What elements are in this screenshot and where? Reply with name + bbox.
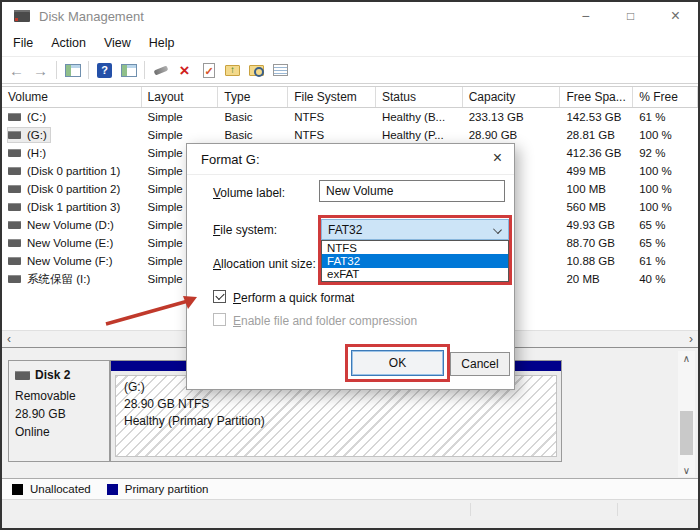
- cancel-button[interactable]: Cancel: [450, 352, 510, 376]
- menu-item-file[interactable]: File: [4, 33, 42, 53]
- volume-name: (Disk 1 partition 3): [27, 201, 120, 213]
- column-header[interactable]: Type: [218, 87, 288, 107]
- drive-icon: [8, 203, 21, 211]
- volume-cell: New Volume (F:): [2, 252, 142, 270]
- window-title: Disk Management: [39, 9, 144, 24]
- disk-type: Removable: [15, 387, 109, 405]
- drive-icon: [8, 113, 21, 121]
- dialog-title: Format G:: [201, 152, 260, 167]
- quick-format-label[interactable]: Perform a quick format: [233, 291, 354, 305]
- menu-bar: FileActionViewHelp: [2, 31, 698, 55]
- app-icon: [14, 10, 30, 22]
- chevron-down-icon: [493, 225, 502, 234]
- disk-status: Online: [15, 423, 109, 441]
- toolbar-separator: [88, 61, 89, 79]
- show-action-pane-icon[interactable]: [120, 62, 137, 79]
- volume-name: New Volume (D:): [27, 219, 114, 231]
- volume-row[interactable]: (C:)SimpleBasicNTFSHealthy (B...233.13 G…: [2, 108, 698, 126]
- legend-label: Unallocated: [30, 483, 91, 495]
- volume-name-wrap: (Disk 0 partition 1): [8, 164, 123, 178]
- allocation-unit-label: Allocation unit size:: [213, 257, 316, 271]
- drive-icon: [8, 149, 21, 157]
- option-ntfs[interactable]: NTFS: [322, 241, 508, 254]
- dialog-close-icon[interactable]: ×: [493, 149, 502, 167]
- volume-free-cell: 88.70 GB: [560, 234, 633, 252]
- volume-name: (G:): [27, 129, 47, 141]
- volume-name: (Disk 0 partition 1): [27, 165, 120, 177]
- delete-icon[interactable]: ×: [176, 62, 193, 79]
- toolbar-separator: [144, 61, 145, 79]
- legend: UnallocatedPrimary partition: [2, 478, 698, 499]
- drive-icon: [8, 167, 21, 175]
- file-system-label: File system:: [213, 223, 277, 237]
- volume-pct-cell: 40 %: [633, 270, 698, 288]
- forward-icon[interactable]: →: [32, 62, 49, 79]
- volume-name: New Volume (E:): [27, 237, 113, 249]
- menu-item-action[interactable]: Action: [42, 33, 95, 53]
- column-header[interactable]: Free Spa...: [560, 87, 633, 107]
- pointer-tool-icon[interactable]: [152, 62, 169, 79]
- column-header[interactable]: Layout: [142, 87, 219, 107]
- partition-status: Healthy (Primary Partition): [124, 413, 556, 430]
- scroll-down-icon[interactable]: ∨: [683, 463, 690, 477]
- volume-cell: (Disk 0 partition 1): [2, 162, 142, 180]
- volume-free-cell: 49.93 GB: [560, 216, 633, 234]
- check-document-icon[interactable]: [200, 62, 217, 79]
- legend-swatch: [107, 484, 118, 495]
- status-bar: [2, 499, 698, 528]
- drive-icon: [8, 257, 21, 265]
- help-icon[interactable]: ?: [96, 62, 113, 79]
- volume-name-wrap: (H:): [8, 146, 49, 160]
- show-console-tree-icon[interactable]: [64, 62, 81, 79]
- folder-explore-icon[interactable]: [248, 62, 265, 79]
- toolbar: ← → ? ×: [2, 56, 698, 84]
- compression-checkbox: [213, 313, 226, 326]
- option-exfat[interactable]: exFAT: [322, 268, 508, 281]
- disk2-header[interactable]: Disk 2 Removable 28.90 GB Online: [8, 360, 110, 462]
- volume-free-cell: 412.36 GB: [560, 144, 633, 162]
- scroll-right-icon[interactable]: ›: [689, 332, 693, 346]
- drive-icon: [8, 221, 21, 229]
- dialog-divider: [187, 174, 514, 175]
- legend-swatch: [12, 484, 23, 495]
- column-header[interactable]: Capacity: [463, 87, 561, 107]
- menu-item-help[interactable]: Help: [140, 33, 184, 53]
- option-fat32[interactable]: FAT32: [322, 254, 508, 267]
- folder-up-icon[interactable]: [224, 62, 241, 79]
- close-button[interactable]: ×: [653, 3, 698, 29]
- file-system-dropdown[interactable]: FAT32: [321, 219, 509, 240]
- volume-free-cell: 100 MB: [560, 180, 633, 198]
- scroll-up-icon[interactable]: ∧: [683, 351, 690, 365]
- volume-name: (H:): [27, 147, 46, 159]
- volume-capacity-cell: 233.13 GB: [463, 108, 561, 126]
- column-header[interactable]: % Free: [633, 87, 698, 107]
- column-header[interactable]: File System: [288, 87, 376, 107]
- back-icon[interactable]: ←: [8, 62, 25, 79]
- vertical-scrollbar[interactable]: ∧ ∨: [678, 351, 695, 477]
- volume-fs-cell: NTFS: [288, 126, 376, 144]
- column-header[interactable]: Volume: [2, 87, 142, 107]
- menu-item-view[interactable]: View: [95, 33, 140, 53]
- properties-icon[interactable]: [272, 62, 289, 79]
- volume-capacity-cell: 28.90 GB: [463, 126, 561, 144]
- volume-name: (Disk 0 partition 2): [27, 183, 120, 195]
- maximize-button[interactable]: □: [608, 3, 653, 29]
- volume-row[interactable]: (G:)SimpleBasicNTFSHealthy (P...28.90 GB…: [2, 126, 698, 144]
- volume-layout-cell: Simple: [142, 108, 219, 126]
- toolbar-separator: [56, 61, 57, 79]
- volume-pct-cell: 100 %: [633, 180, 698, 198]
- column-header[interactable]: Status: [376, 87, 463, 107]
- minimize-button[interactable]: −: [563, 3, 608, 29]
- volume-free-cell: 560 MB: [560, 198, 633, 216]
- scrollbar-thumb[interactable]: [680, 411, 693, 455]
- volume-cell: (H:): [2, 144, 142, 162]
- quick-format-checkbox[interactable]: [213, 290, 226, 303]
- scroll-left-icon[interactable]: ‹: [7, 332, 11, 346]
- volume-pct-cell: 61 %: [633, 108, 698, 126]
- volume-label-input[interactable]: New Volume: [319, 180, 505, 202]
- ok-button[interactable]: OK: [351, 350, 444, 376]
- file-system-options: NTFSFAT32exFAT: [321, 240, 509, 282]
- status-separator: [470, 503, 471, 516]
- volume-cell: (Disk 0 partition 2): [2, 180, 142, 198]
- volume-name-wrap: New Volume (E:): [8, 236, 116, 250]
